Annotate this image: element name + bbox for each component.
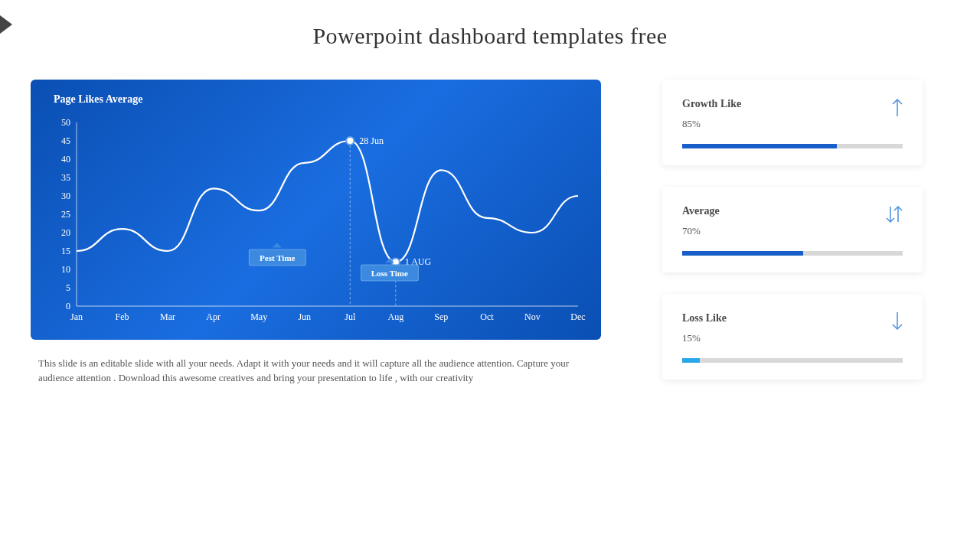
y-tick-label: 25 [61,209,70,220]
stat-title: Average [682,205,903,217]
left-column: Page Likes Average 05101520253035404550J… [31,80,601,386]
stat-card: Loss Like15% [662,294,923,380]
x-tick-label: May [250,311,267,322]
stats-column: Growth Like85%Average70%Loss Like15% [662,80,923,386]
stat-progress-fill [682,251,803,256]
line-chart-card: Page Likes Average 05101520253035404550J… [31,80,601,340]
content-row: Page Likes Average 05101520253035404550J… [0,80,980,386]
stat-progress-track [682,358,903,363]
y-tick-label: 50 [61,117,70,128]
chart-svg: 05101520253035404550JanFebMarAprMayJunJu… [46,115,586,329]
arrow-up-down-icon [883,204,906,228]
y-tick-label: 10 [61,264,70,275]
arrow-up-icon [889,96,906,121]
page-title: Powerpoint dashboard templates free [0,0,980,80]
chart-point-label: 28 Jun [359,135,384,146]
x-tick-label: Jul [345,311,356,322]
y-tick-label: 15 [61,246,70,256]
x-tick-label: Dec [570,311,585,322]
stat-value: 85% [682,118,903,130]
y-tick-label: 40 [61,154,70,165]
stat-card: Average70% [662,187,923,272]
y-tick-label: 20 [61,227,70,238]
stat-card: Growth Like85% [662,80,923,165]
x-tick-label: Jan [70,311,83,322]
stat-value: 15% [682,332,903,344]
svg-point-3 [346,137,354,145]
slide-corner-notch [0,15,12,34]
x-tick-label: Aug [387,311,403,322]
y-tick-label: 45 [61,135,70,146]
stat-value: 70% [682,225,903,237]
x-tick-label: Mar [160,311,175,322]
chart-callout: Pest Time [249,249,305,266]
x-tick-label: Jun [298,311,311,322]
stat-progress-fill [682,144,837,148]
stat-title: Loss Like [682,312,903,324]
arrow-down-icon [889,311,906,335]
chart-plot-area: 05101520253035404550JanFebMarAprMayJunJu… [46,115,586,329]
chart-title: Page Likes Average [54,93,586,106]
x-tick-label: Sep [434,311,448,322]
slide-description: This slide is an editable slide with all… [31,357,601,386]
chart-callout: Loss Time [361,265,419,282]
y-tick-label: 30 [61,191,70,201]
stat-progress-fill [682,358,700,363]
x-tick-label: Nov [524,311,541,322]
x-tick-label: Feb [116,311,129,322]
y-tick-label: 0 [66,301,70,311]
stat-progress-track [682,251,903,256]
y-tick-label: 5 [66,282,70,293]
stat-title: Growth Like [682,98,903,110]
stat-progress-track [682,144,903,148]
x-tick-label: Oct [480,311,494,322]
y-tick-label: 35 [61,172,70,183]
x-tick-label: Apr [206,311,220,322]
